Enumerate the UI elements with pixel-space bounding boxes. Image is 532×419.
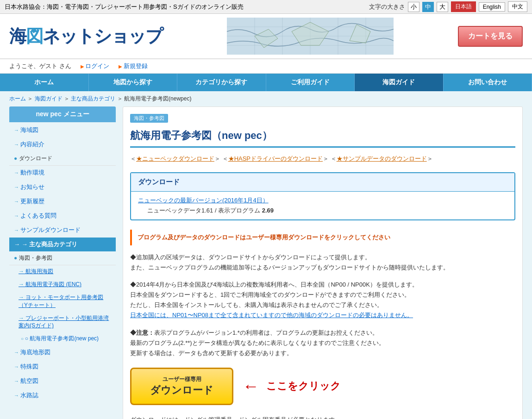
- sidebar-item-sample[interactable]: サンプルダウンロード: [9, 223, 116, 238]
- sidebar-active-category[interactable]: → 主な商品カテゴリ: [9, 238, 116, 251]
- content-area: 海図・参考図 航海用電子参考図（new pec） ＜★ニューペックダウンロード＞…: [123, 106, 523, 419]
- map-svg: [227, 18, 394, 55]
- nav: ホーム 地図から探す カテゴリから探す ご利用ガイド 海図ガイド お問い合わせ: [0, 74, 532, 91]
- cart-button[interactable]: カートを見る: [458, 26, 523, 47]
- sidebar-leaf-newpec: ○ 航海用電子参考図(new pec): [9, 332, 116, 345]
- breadcrumb: ホーム ＞ 海図ガイド ＞ 主な商品カテゴリ ＞ 航海用電子参考図(newpec…: [0, 91, 532, 106]
- footer-line1: ダウンロードには、ドングル管理番号・ドングル固有番号が必要となります。: [130, 416, 341, 419]
- main-layout: new pec メニュー 海域図 内容紹介 ダウンロード 動作環境 お知らせ 更…: [0, 106, 532, 419]
- sidebar-category-download: ダウンロード: [9, 152, 116, 166]
- sidebar-item-faq[interactable]: よくある質問: [9, 209, 116, 223]
- lang-ja-btn[interactable]: 日本語: [451, 1, 476, 12]
- download-user-button[interactable]: ユーザー様専用 ダウンロード: [130, 368, 233, 405]
- para3: ◆注意：表示プログラムがバージョン1.*の利用者は、プログラムの更新はお控えくだ…: [130, 328, 515, 358]
- breadcrumb-kaizu-guide[interactable]: 海図ガイド: [35, 95, 63, 102]
- sidebar-item-tokushu[interactable]: 特殊図: [9, 360, 116, 374]
- download-header: ダウンロード: [131, 173, 514, 192]
- header: 海図ネットショップ カートを見る: [0, 14, 532, 59]
- arrow-icon: ←: [243, 376, 259, 396]
- breadcrumb-category[interactable]: 主な商品カテゴリ: [71, 95, 115, 102]
- font-small-btn[interactable]: 小: [408, 2, 419, 12]
- version-detail-text: ニューベックデータ1.61 / 表示プログラム: [147, 207, 260, 214]
- download-body: ニューベックの最新バージョン(2016年1月4日） ニューベックデータ1.61 …: [131, 192, 514, 219]
- version-detail: ニューベックデータ1.61 / 表示プログラム 2.69: [138, 206, 507, 215]
- download-section: ダウンロード ニューベックの最新バージョン(2016年1月4日） ニューベックデ…: [130, 172, 515, 220]
- sidebar-sub-yacht[interactable]: ヨット・モータボート用参考図（Yチャート）: [9, 291, 116, 312]
- top-bar-right: 文字の大きさ 小 中 大 日本語 English 中文: [369, 1, 527, 12]
- notice-text: プログラム及びデータのダウンロードはユーザー様専用ダウンロードをクリックしてくだ…: [138, 234, 390, 241]
- lang-en-btn[interactable]: English: [479, 2, 505, 12]
- sidebar-item-kaizuzu[interactable]: 海域図: [9, 123, 116, 138]
- sidebar-item-kouku[interactable]: 航空図: [9, 374, 116, 388]
- download-btn-small: ユーザー様専用: [150, 375, 213, 383]
- content-category-label: 海図・参考図: [130, 114, 168, 123]
- version-number: 2.69: [262, 207, 274, 214]
- breadcrumb-home[interactable]: ホーム: [9, 95, 26, 102]
- arrow-area: ← ここをクリック: [243, 376, 341, 396]
- top-bar-text: 日本水路協会：海図・電子海図・プレジャーボート用参考図・Sガイドのオンライン販売: [5, 3, 244, 11]
- sidebar-item-suiroushi[interactable]: 水路誌: [9, 388, 116, 403]
- click-here-text: ここをクリック: [266, 379, 341, 393]
- footer-text: ダウンロードには、ドングル管理番号・ドングル固有番号が必要となります。 番号がご…: [130, 414, 515, 419]
- register-link[interactable]: 新規登録: [119, 62, 148, 70]
- breadcrumb-current: 航海用電子参考図(newpec): [124, 95, 191, 102]
- version-link[interactable]: ニューベックの最新バージョン(2016年1月4日）: [138, 197, 269, 204]
- sidebar-item-history[interactable]: 更新履歴: [9, 194, 116, 209]
- sidebar-item-kaitei[interactable]: 海底地形図: [9, 345, 116, 360]
- notice-box: プログラム及びデータのダウンロードはユーザー様専用ダウンロードをクリックしてくだ…: [130, 230, 515, 245]
- logo[interactable]: 海図ネットショップ: [9, 25, 163, 48]
- para3-head: ◆注意：: [130, 329, 154, 336]
- nav-kaizu-guide[interactable]: 海図ガイド: [355, 74, 444, 91]
- sidebar-item-oshirase[interactable]: お知らせ: [9, 180, 116, 194]
- content-title: 航海用電子参考図（new pec）: [130, 125, 515, 148]
- download-btn-big: ダウンロード: [150, 383, 213, 397]
- welcome-text: ようこそ、ゲスト さん: [9, 62, 71, 70]
- hasp-download-link[interactable]: ★HASPドライバーのダウンロード: [228, 155, 323, 162]
- map-decoration: [227, 18, 394, 55]
- sidebar-item-dosa[interactable]: 動作環境: [9, 166, 116, 180]
- para1: ◆追加購入の区域データは、ダウンロードサイトからダウンロードによって提供します。…: [130, 252, 515, 273]
- lang-zh-btn[interactable]: 中文: [508, 1, 527, 12]
- sidebar-category-kaizu: 海図・参考図: [9, 251, 116, 265]
- newpec-download-link[interactable]: ★ニューペックダウンロード: [136, 155, 214, 162]
- sample-download-link[interactable]: ★サンプルデータのダウンロード: [337, 155, 427, 162]
- para2-underline: 日本全国には、NP01〜NP08まで全て含まれていますので他の海域のダウンロード…: [130, 312, 413, 319]
- font-size-label: 文字の大きさ: [369, 3, 405, 11]
- nav-home[interactable]: ホーム: [0, 74, 89, 91]
- sidebar-item-naiyou[interactable]: 内容紹介: [9, 138, 116, 152]
- sidebar: new pec メニュー 海域図 内容紹介 ダウンロード 動作環境 お知らせ 更…: [9, 106, 116, 419]
- nav-category-search[interactable]: カテゴリから探す: [177, 74, 266, 91]
- font-mid-btn[interactable]: 中: [422, 2, 434, 12]
- nav-guide[interactable]: ご利用ガイド: [266, 74, 355, 91]
- top-bar: 日本水路協会：海図・電子海図・プレジャーボート用参考図・Sガイドのオンライン販売…: [0, 0, 532, 14]
- download-btn-area: ユーザー様専用 ダウンロード ← ここをクリック: [130, 368, 515, 405]
- user-bar: ようこそ、ゲスト さん ログイン 新規登録: [0, 59, 532, 74]
- font-large-btn[interactable]: 大: [437, 2, 448, 12]
- nav-contact[interactable]: お問い合わせ: [444, 74, 532, 91]
- para2: ◆2014年4月から日本全国及び4海域以上の複数海域利用者へ、日本全国（NP00…: [130, 280, 515, 320]
- sidebar-sub-pleasure[interactable]: プレジャーボート・小型船用港湾案内(Sガイド): [9, 312, 116, 333]
- login-link[interactable]: ログイン: [81, 62, 110, 70]
- sidebar-menu: 海域図 内容紹介 ダウンロード 動作環境 お知らせ 更新履歴 よくある質問 サン…: [9, 123, 116, 403]
- sidebar-sub-enc[interactable]: 航海用電子海図 (ENC): [9, 278, 116, 291]
- sidebar-sub-koukaiyo[interactable]: 航海用海図: [9, 265, 116, 278]
- content-links: ＜★ニューペックダウンロード＞ ＜★HASPドライバーのダウンロード＞ ＜★サン…: [130, 155, 515, 163]
- sidebar-header: new pec メニュー: [9, 106, 116, 122]
- nav-map-search[interactable]: 地図から探す: [89, 74, 178, 91]
